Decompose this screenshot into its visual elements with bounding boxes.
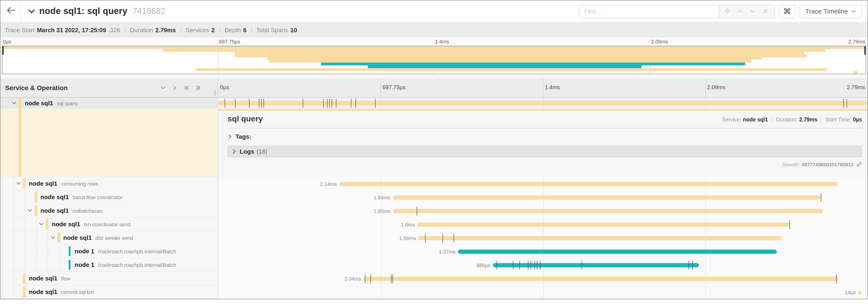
- clear-find-icon[interactable]: [762, 7, 770, 15]
- span-timeline-cell[interactable]: 2.04ms: [218, 272, 868, 285]
- span-bar[interactable]: [218, 101, 868, 105]
- log-marker: [425, 234, 426, 242]
- span-timeline-cell[interactable]: [218, 98, 868, 109]
- chevron-down-icon[interactable]: [12, 100, 17, 105]
- collapse-one-icon[interactable]: [160, 85, 166, 90]
- log-marker: [235, 99, 236, 108]
- service-operation-header: Service & Operation: [0, 78, 218, 97]
- span-duration-label: 2.14ms: [320, 181, 339, 187]
- ruler-label: 2.79ms: [847, 84, 865, 91]
- span-tree-cell[interactable]: node sql1dist sender send: [0, 231, 218, 245]
- trace-title-group[interactable]: node sql1: sql query 7418682: [22, 0, 579, 22]
- span-tree-cell[interactable]: node sql1batch flow coordinator: [0, 191, 218, 204]
- command-icon: ⌘: [783, 6, 791, 16]
- span-timeline-cell[interactable]: 2.14ms: [218, 177, 868, 191]
- focus-match-icon[interactable]: [723, 7, 732, 15]
- service-color-bar: [34, 205, 37, 216]
- span-bar[interactable]: [393, 209, 823, 213]
- span-bar[interactable]: [458, 249, 777, 254]
- link-icon[interactable]: [856, 162, 862, 167]
- indent-guide: [2, 285, 2, 298]
- log-marker: [442, 234, 443, 242]
- service-name: node sql1: [29, 275, 57, 282]
- chevron-down-icon[interactable]: [16, 181, 21, 186]
- span-bar[interactable]: [339, 182, 837, 186]
- span-timeline-cell[interactable]: 1.6ms: [218, 217, 868, 231]
- span-tree-cell[interactable]: node sql1txn coordinator send: [0, 217, 218, 231]
- span-timeline-cell[interactable]: 1.56ms: [218, 231, 868, 245]
- chevron-down-icon[interactable]: [50, 235, 55, 240]
- chevron-down-icon[interactable]: [39, 222, 44, 227]
- span-row: node sql1consuming rows2.14ms: [0, 177, 868, 191]
- minimap-right-drag-handle[interactable]: [864, 46, 866, 55]
- span-name-group: node 1/cockroach.roachpb.Internal/Batch: [75, 261, 176, 268]
- span-name-group: node sql1batch flow coordinator: [40, 194, 123, 201]
- span-tree-cell[interactable]: node sql1commit sql txn: [0, 285, 218, 299]
- indent-guide: [25, 191, 25, 204]
- span-row: node 1/cockroach.roachpb.Internal/Batch1…: [0, 245, 868, 258]
- span-timeline-cell[interactable]: 886µs: [218, 258, 868, 272]
- span-name-group: node sql1colbatchscan: [40, 207, 102, 214]
- tags-accordion[interactable]: Tags:: [227, 129, 862, 143]
- operation-name: txn coordinator send: [84, 222, 130, 227]
- minimap-span-row: [2, 55, 866, 57]
- span-timeline-cell[interactable]: 1.85ms: [218, 204, 868, 217]
- back-button[interactable]: [0, 0, 22, 22]
- header-bar: node sql1: sql query 7418682: [0, 0, 868, 23]
- indent-guide: [2, 177, 2, 190]
- operation-name: batch flow coordinator: [72, 195, 123, 200]
- span-tree-cell[interactable]: node sql1flow: [0, 272, 218, 285]
- span-tree-cell[interactable]: node sql1colbatchscan: [0, 204, 218, 217]
- divider: [125, 27, 125, 33]
- meta-value: March 31 2022, 17:25:09: [37, 26, 106, 33]
- span-name-group: node sql1txn coordinator send: [52, 221, 131, 228]
- chevron-down-icon[interactable]: [27, 208, 32, 213]
- operation-name: colbatchscan: [72, 208, 102, 214]
- span-bar[interactable]: [393, 195, 821, 199]
- service-name: node sql1: [63, 234, 92, 241]
- log-marker: [689, 261, 689, 269]
- log-marker: [375, 99, 376, 108]
- span-bar[interactable]: [417, 222, 789, 227]
- collapse-all-icon[interactable]: [184, 85, 189, 90]
- log-marker: [836, 274, 837, 283]
- service-color-bar: [19, 98, 22, 108]
- minimap-left-drag-handle[interactable]: [2, 46, 4, 55]
- span-timeline-cell[interactable]: 14µs: [218, 285, 868, 299]
- tree-controls: [160, 85, 201, 90]
- span-tree-cell[interactable]: node sql1sql query: [0, 98, 218, 109]
- expand-all-icon[interactable]: [195, 85, 201, 90]
- log-marker: [261, 99, 261, 108]
- log-marker: [513, 261, 513, 269]
- span-tree-cell[interactable]: node sql1consuming rows: [0, 177, 218, 191]
- meta-item: Trace StartMarch 31 2022, 17:25:09.326: [5, 26, 120, 33]
- span-bar[interactable]: [364, 276, 839, 281]
- minimap-viewport[interactable]: [2, 46, 866, 74]
- span-tree-cell[interactable]: node 1/cockroach.roachpb.Internal/Batch: [0, 258, 218, 272]
- column-resize-handle[interactable]: [214, 90, 216, 95]
- span-timeline-cell[interactable]: 1.84ms: [218, 191, 868, 204]
- prev-match-icon[interactable]: [736, 7, 744, 15]
- keyboard-shortcuts-button[interactable]: ⌘: [779, 4, 795, 18]
- minimap-axis-label: 2.79ms: [848, 39, 865, 44]
- span-bar[interactable]: [858, 290, 862, 294]
- expand-one-icon[interactable]: [172, 85, 178, 90]
- span-bar[interactable]: [493, 263, 699, 267]
- span-bar-strip: [218, 109, 868, 111]
- minimap-span-row: [2, 60, 866, 63]
- minimap-span-bar: [163, 49, 826, 52]
- log-marker: [534, 261, 535, 269]
- tags-label: Tags:: [236, 133, 251, 140]
- log-marker: [336, 99, 336, 108]
- span-row: node sql1txn coordinator send1.6ms: [0, 217, 868, 231]
- header-actions: ⌘ Trace Timeline: [579, 0, 868, 22]
- span-duration-label: 1.84ms: [373, 195, 393, 200]
- span-tree-cell[interactable]: node 1/cockroach.roachpb.Internal/Batch: [0, 245, 218, 258]
- view-selector-button[interactable]: Trace Timeline: [799, 4, 862, 18]
- next-match-icon[interactable]: [749, 7, 757, 15]
- span-timeline-cell[interactable]: 1.37ms: [218, 245, 868, 258]
- span-bar[interactable]: [418, 236, 781, 240]
- logs-accordion[interactable]: Logs (18): [227, 146, 862, 157]
- find-input[interactable]: [579, 4, 718, 18]
- span-row: node sql1dist sender send1.56ms: [0, 231, 868, 245]
